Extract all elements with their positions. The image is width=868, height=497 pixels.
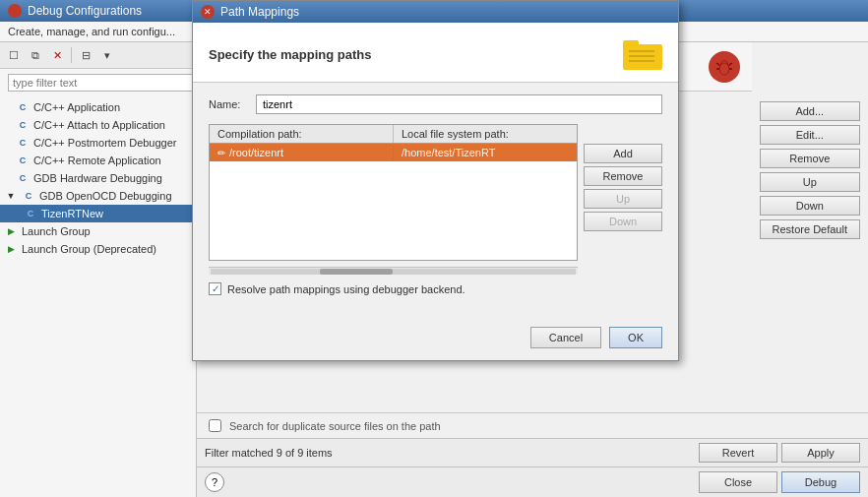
c-icon: C [24,207,37,220]
up-label: Up [803,176,817,188]
edit-label: Edit... [796,129,824,141]
table-wrapper: Compilation path: Local file system path… [209,124,578,275]
revert-button[interactable]: Revert [699,443,777,463]
revert-label: Revert [722,447,754,459]
checkbox-text-label: Resolve path mappings using debugger bac… [227,283,465,295]
c-icon: C [16,154,30,167]
tree-label: Launch Group (Deprecated) [22,243,156,255]
table-empty-area [210,161,577,260]
svg-line-2 [716,63,719,65]
restore-label: Restore Default [773,223,847,235]
table-add-label: Add [613,148,633,159]
down-label: Down [796,200,824,212]
debug-button[interactable]: Debug [781,471,860,493]
collapse-icon: ⊟ [82,49,91,62]
tree-item-cpp-remote[interactable]: C C/C++ Remote Application [0,152,196,169]
close-button[interactable]: Close [699,471,777,493]
edit-button[interactable]: Edit... [760,125,860,145]
path-mappings-dialog: ✕ Path Mappings Specify the mapping path… [192,0,679,361]
up-button[interactable]: Up [760,172,860,192]
ok-label: OK [628,332,644,343]
tree-item-gdb-openocd[interactable]: ▼ C GDB OpenOCD Debugging [0,187,196,205]
filter-input[interactable] [8,74,196,92]
svg-line-3 [729,63,732,65]
name-row: Name: [209,94,662,114]
subtitle-text: Create, manage, and run configu... [8,26,175,37]
tree-item-launch-group-deprecated[interactable]: ▶ Launch Group (Deprecated) [0,240,196,258]
dialog-folder-icon [623,34,662,74]
checkmark: ✓ [212,283,219,294]
source-search-checkbox[interactable] [209,419,221,432]
separator [71,47,72,63]
dialog-title: Path Mappings [220,5,299,19]
apply-label: Apply [807,447,835,459]
tree-label: Launch Group [22,225,91,237]
dialog-close-button[interactable]: ✕ [201,5,215,19]
new-config-button[interactable]: ☐ [4,45,24,65]
table-down-label: Down [609,216,637,227]
tree-label: C/C++ Application [33,101,120,113]
down-button[interactable]: Down [760,196,860,216]
tree-label: GDB OpenOCD Debugging [39,190,172,202]
help-button[interactable]: ? [205,472,224,492]
tree-item-cpp-app[interactable]: C C/C++ Application [0,98,196,116]
window-icon [8,4,22,18]
table-row-0[interactable]: ✏ /root/tizenrt /home/test/TizenRT [210,144,577,161]
filter-container [0,69,196,96]
tree-item-tizenrtnew[interactable]: C TizenRTNew [0,205,196,222]
bottom-panel: Search for duplicate source files on the… [197,412,868,438]
ok-button[interactable]: OK [609,327,662,348]
remove-label: Remove [789,153,830,164]
close-debug-buttons: Close Debug [699,471,860,493]
scroll-track [211,269,576,275]
restore-default-button[interactable]: Restore Default [760,219,860,239]
dropdown-icon: ▾ [104,49,110,62]
new-icon: ☐ [9,49,19,62]
table-up-button[interactable]: Up [584,189,662,209]
cancel-label: Cancel [549,332,583,343]
filter-status: Filter matched 9 of 9 items [205,447,333,459]
col-local: Local file system path: [394,125,577,143]
table-down-button[interactable]: Down [584,212,662,231]
tree-label: C/C++ Remote Application [33,155,161,166]
table-remove-button[interactable]: Remove [584,166,662,186]
apply-button[interactable]: Apply [781,443,860,463]
sidebar: ☐ ⧉ ✕ ⊟ ▾ [0,42,197,497]
col-compilation: Compilation path: [210,125,394,143]
checkbox-label: Resolve path mappings using debugger bac… [227,283,465,295]
close-label: Close [724,476,752,488]
c-icon: C [16,118,30,132]
tree-label: C/C++ Postmortem Debugger [33,137,177,149]
cancel-button[interactable]: Cancel [530,327,601,348]
svg-rect-9 [623,40,639,48]
td-compilation: ✏ /root/tizenrt [210,144,394,161]
path-table: Compilation path: Local file system path… [209,124,578,261]
tree-list: C C/C++ Application C C/C++ Attach to Ap… [0,96,196,497]
launch-icon: ▶ [4,242,18,256]
filter-dropdown-button[interactable]: ▾ [97,45,117,65]
add-button[interactable]: Add... [760,101,860,121]
bottom-action-bar: ? Close Debug [197,466,868,497]
duplicate-button[interactable]: ⧉ [26,45,45,65]
tree-label: C/C++ Attach to Application [33,119,165,131]
dialog-titlebar: ✕ Path Mappings [193,1,678,23]
dialog-title-left: ✕ Path Mappings [201,5,299,19]
remove-button[interactable]: Remove [760,149,860,168]
tree-item-gdb-hardware[interactable]: C GDB Hardware Debugging [0,169,196,187]
status-bar: Filter matched 9 of 9 items Revert Apply [197,438,868,466]
tree-item-cpp-attach[interactable]: C C/C++ Attach to Application [0,116,196,134]
tree-item-cpp-postmortem[interactable]: C C/C++ Postmortem Debugger [0,134,196,152]
td-local: /home/test/TizenRT [394,144,577,161]
resolve-checkbox[interactable]: ✓ [209,282,221,295]
tree-item-launch-group[interactable]: ▶ Launch Group [0,222,196,240]
delete-button[interactable]: ✕ [47,45,67,65]
bug-svg [715,58,733,76]
table-add-button[interactable]: Add [584,144,662,163]
horizontal-scrollbar[interactable] [209,267,578,275]
name-input[interactable] [256,94,662,114]
table-header: Compilation path: Local file system path… [210,125,577,144]
collapse-button[interactable]: ⊟ [76,45,95,65]
dialog-header: Specify the mapping paths [193,23,678,83]
source-search-label: Search for duplicate source files on the… [229,420,441,432]
c-icon: C [16,100,30,114]
